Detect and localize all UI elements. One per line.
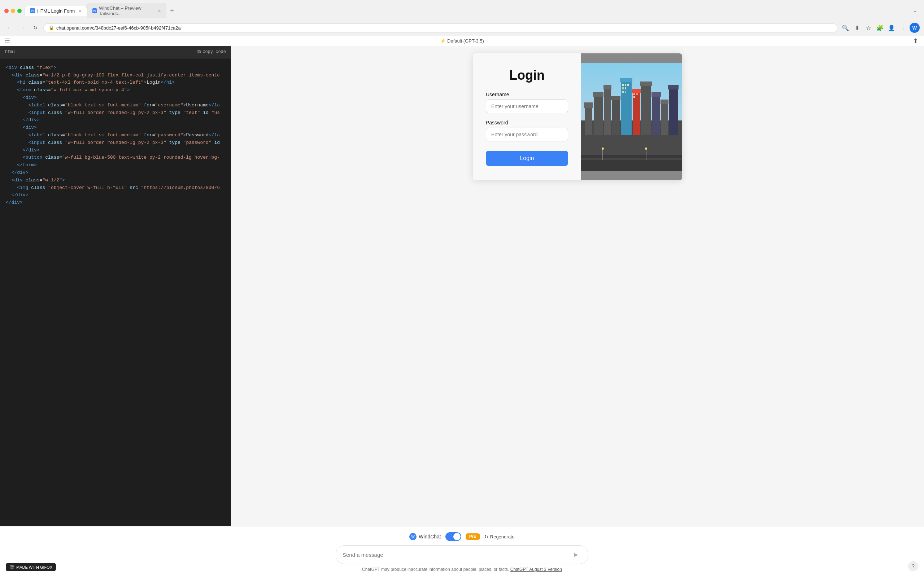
svg-rect-28: [625, 91, 626, 93]
svg-rect-23: [625, 84, 626, 86]
code-line-9: <div>: [6, 124, 225, 132]
svg-rect-6: [604, 88, 611, 135]
tab-windchat[interactable]: W WindChat – Preview Tailwindc... ✕: [87, 3, 166, 18]
toolbar-icons: 🔍 ⬇ ☆ 🧩 👤 ⋮ W: [840, 23, 920, 33]
svg-rect-30: [636, 93, 638, 95]
svg-rect-27: [622, 91, 624, 93]
tab-close-button-2[interactable]: ✕: [158, 9, 161, 13]
password-group: Password: [486, 120, 568, 141]
svg-rect-11: [620, 78, 632, 82]
city-skyline-image: [581, 53, 682, 180]
regenerate-label: Regenerate: [490, 534, 515, 540]
model-label: ⚡ Default (GPT-3.5): [440, 38, 484, 44]
password-label: Password: [486, 120, 568, 126]
back-button[interactable]: ←: [4, 23, 15, 33]
tab-close-button[interactable]: ✕: [78, 9, 82, 13]
username-input[interactable]: [486, 100, 568, 113]
toggle-knob: [453, 533, 460, 540]
svg-rect-21: [668, 85, 678, 89]
svg-rect-29: [633, 93, 635, 95]
svg-rect-18: [661, 102, 668, 135]
model-bar: ☰ ⚡ Default (GPT-3.5) ⬆: [0, 36, 924, 46]
svg-rect-32: [581, 155, 682, 171]
copy-code-button[interactable]: ⧉ Copy code: [197, 48, 226, 56]
address-bar[interactable]: 🔒 chat.openai.com/c/348bdc27-eef6-46cb-9…: [43, 23, 837, 32]
svg-rect-15: [640, 82, 652, 86]
code-line-16: <div class="w-1/2">: [6, 177, 225, 184]
password-input[interactable]: [486, 128, 568, 141]
more-tabs-button[interactable]: ⌄: [910, 6, 920, 15]
sidebar-toggle-button[interactable]: ☰: [4, 37, 10, 45]
new-tab-button[interactable]: +: [166, 5, 178, 16]
code-line-10: <label class="block text-sm font-medium"…: [6, 132, 225, 139]
regenerate-icon: ↻: [485, 534, 488, 540]
regenerate-button[interactable]: ↻ Regenerate: [485, 534, 515, 540]
reload-button[interactable]: ↻: [30, 23, 40, 33]
login-card: Login Username Password Login: [473, 53, 682, 180]
login-button[interactable]: Login: [486, 151, 568, 166]
traffic-lights: [4, 9, 22, 13]
svg-rect-19: [661, 100, 669, 104]
code-line-12: </div>: [6, 147, 225, 154]
windchat-bar: W WindChat Pro ↻ Regenerate: [0, 532, 924, 541]
code-line-14: </form>: [6, 161, 225, 169]
svg-rect-33: [581, 158, 682, 160]
copy-label: Copy code: [202, 49, 226, 56]
username-group: Username: [486, 92, 568, 113]
close-button[interactable]: [4, 9, 9, 13]
svg-rect-13: [632, 89, 641, 93]
tab-favicon: H: [30, 8, 35, 13]
svg-rect-3: [584, 102, 593, 108]
svg-point-37: [645, 148, 647, 150]
maximize-button[interactable]: [17, 9, 22, 13]
tab-label-2: WindChat – Preview Tailwindc...: [99, 5, 154, 16]
code-line-13: <button class="w-full bg-blue-500 text-w…: [6, 154, 225, 161]
minimize-button[interactable]: [11, 9, 15, 13]
code-line-6: <label class="block text-sm font-medium"…: [6, 102, 225, 109]
profile-icon[interactable]: 👤: [887, 23, 897, 33]
svg-point-35: [602, 148, 604, 150]
send-button[interactable]: ►: [571, 549, 582, 560]
lock-icon: 🔒: [49, 25, 54, 30]
help-button[interactable]: ?: [908, 561, 918, 571]
code-lang-label: html: [5, 49, 16, 56]
svg-rect-14: [641, 84, 651, 135]
more-icon[interactable]: ⋮: [898, 23, 908, 33]
svg-rect-8: [612, 99, 620, 135]
code-line-17: <img class="object-cover w-full h-full" …: [6, 184, 225, 192]
code-panel[interactable]: html ⧉ Copy code <div class="flex"> <div…: [0, 46, 231, 526]
code-line-18: </div>: [6, 192, 225, 199]
pro-badge: Pro: [465, 533, 480, 540]
svg-rect-4: [594, 95, 603, 135]
code-line-11: <input class="w-full border rounded-lg p…: [6, 139, 225, 147]
windchat-label: WindChat: [419, 534, 441, 540]
download-icon[interactable]: ⬇: [852, 23, 862, 33]
tab-label: HTML Login Form: [37, 8, 75, 14]
forward-button[interactable]: →: [17, 23, 27, 33]
browser-chrome: H HTML Login Form ✕ W WindChat – Preview…: [0, 0, 924, 36]
gifox-badge: 🎬 MADE WITH GIFOX: [6, 563, 56, 571]
tab-favicon-2: W: [92, 8, 97, 13]
code-line-1: <div class="flex">: [6, 64, 225, 72]
avatar[interactable]: W: [909, 23, 920, 33]
message-input[interactable]: [342, 552, 567, 558]
footer-version-link[interactable]: ChatGPT August 3 Version: [510, 567, 562, 572]
message-input-row: ►: [336, 545, 588, 564]
svg-rect-2: [585, 106, 592, 135]
bookmark-icon[interactable]: ☆: [863, 23, 874, 33]
search-icon[interactable]: 🔍: [840, 23, 850, 33]
svg-rect-31: [633, 96, 635, 98]
svg-rect-24: [627, 84, 629, 86]
tab-html-login-form[interactable]: H HTML Login Form ✕: [24, 6, 87, 16]
windchat-toggle[interactable]: [446, 532, 461, 541]
footer-note-text: ChatGPT may produce inaccurate informati…: [362, 567, 509, 572]
address-bar-row: ← → ↻ 🔒 chat.openai.com/c/348bdc27-eef6-…: [0, 21, 924, 36]
svg-rect-25: [622, 87, 624, 89]
svg-rect-26: [625, 87, 626, 89]
code-line-3: <h1 class="text-4xl font-bold mb-4 text-…: [6, 79, 225, 87]
preview-panel: Login Username Password Login: [231, 46, 924, 526]
extensions-icon[interactable]: 🧩: [875, 23, 885, 33]
svg-rect-5: [593, 92, 604, 97]
share-button[interactable]: ⬆: [913, 37, 918, 45]
code-line-2: <div class="w-1/2 p-8 bg-gray-100 flex f…: [6, 72, 225, 79]
